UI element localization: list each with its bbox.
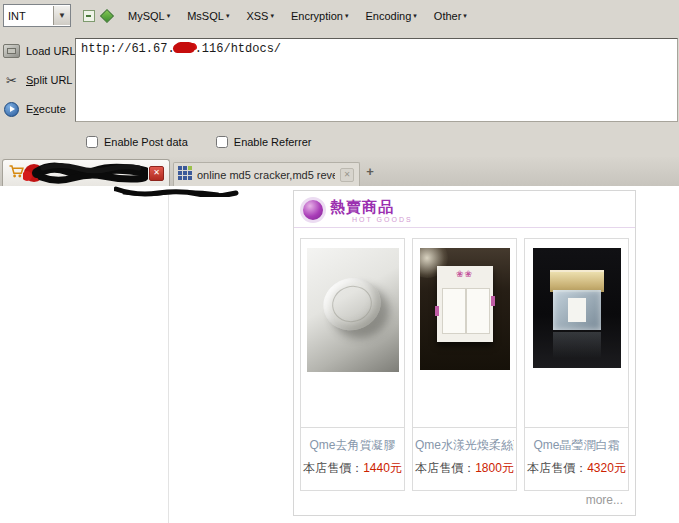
menu-mssql[interactable]: MsSQL▾ [187,10,229,22]
scissors-icon: ✂ [3,73,20,88]
product-price: 本店售價：1800元 [413,460,516,477]
browser-tab-bar: ✕ online md5 cracker,md5 reverse, ... ✕ … [0,157,679,187]
enable-post-data-checkbox[interactable]: Enable Post data [86,136,188,148]
tab-active-redacted[interactable]: ✕ [2,159,170,186]
green-diamond-icon[interactable] [100,8,114,22]
caret-down-icon: ▾ [167,12,171,19]
preset-select-value: INT [4,10,53,22]
page-column-divider [168,192,169,523]
enable-referrer-checkbox[interactable]: Enable Referrer [216,136,312,148]
menu-encoding[interactable]: Encoding▾ [365,10,416,22]
product-card[interactable]: Qme去角質凝膠 本店售價：1440元 [300,238,405,491]
close-icon[interactable]: ✕ [340,168,354,182]
menu-encryption[interactable]: Encryption▾ [291,10,349,22]
caret-down-icon: ▾ [345,12,349,19]
caret-down-icon: ▾ [413,12,417,19]
grid-icon [178,166,192,184]
hot-goods-header: 熱賣商品 HOT GOODS [294,191,635,228]
caret-down-icon: ▾ [463,12,467,19]
redaction-scribble-tail [114,183,239,201]
product-image [307,248,399,372]
menu-mysql[interactable]: MySQL▾ [128,10,170,22]
cart-icon [8,163,24,183]
load-url-icon [3,44,20,59]
split-url-button[interactable]: ✂ Split URL [3,70,72,90]
url-text-prefix: http://61.67. [81,42,175,56]
purple-ball-icon [300,197,326,223]
caret-down-icon: ▾ [270,12,274,19]
hackbar-options-row: Enable Post data Enable Referrer [0,126,679,157]
product-price: 本店售價：4320元 [525,460,628,477]
close-icon[interactable]: ✕ [149,166,164,181]
new-tab-button[interactable]: + [361,164,379,180]
menu-xss[interactable]: XSS▾ [246,10,274,22]
hackbar-menu-row: INT ▼ MySQL▾ MsSQL▾ XSS▾ Encryption▾ Enc… [0,0,679,32]
execute-button[interactable]: Execute [3,99,66,119]
product-image: ❀❀ [420,248,510,370]
product-image [533,248,621,368]
product-card[interactable]: ❀❀ Qme水漾光煥柔絲面... 本店售價：1800元 [412,238,517,491]
redaction-blob [175,42,195,53]
web-page-content: 熱賣商品 HOT GOODS Qme去角質凝膠 本店售價：1440元 [0,186,679,523]
chevron-down-icon[interactable]: ▼ [53,6,70,25]
url-input[interactable]: http://61.67..116/htdocs/ [75,38,678,122]
product-card[interactable]: Qme晶瑩潤白霜 本店售價：4320元 [524,238,629,491]
more-link[interactable]: more... [586,493,623,507]
post-data-checkbox-input[interactable] [86,136,98,148]
load-url-button[interactable]: Load URL [3,41,76,61]
preset-select[interactable]: INT ▼ [3,4,71,27]
caret-down-icon: ▾ [226,12,230,19]
menu-other[interactable]: Other▾ [434,10,467,22]
product-title[interactable]: Qme水漾光煥柔絲面... [415,437,514,454]
hackbar-main-area: Load URL ✂ Split URL Execute http://61.6… [0,31,679,157]
product-price: 本店售價：1440元 [301,460,404,477]
section-title: 熱賣商品 [330,198,394,217]
url-text-suffix: .116/htdocs/ [195,42,281,56]
product-title[interactable]: Qme晶瑩潤白霜 [527,437,626,454]
play-icon [3,102,20,117]
referrer-checkbox-input[interactable] [216,136,228,148]
product-title[interactable]: Qme去角質凝膠 [303,437,402,454]
hot-goods-panel: 熱賣商品 HOT GOODS Qme去角質凝膠 本店售價：1440元 [293,190,636,516]
section-subtitle: HOT GOODS [352,216,413,223]
tab-title: online md5 cracker,md5 reverse, ... [197,169,335,181]
collapse-minus-icon[interactable] [83,10,95,22]
